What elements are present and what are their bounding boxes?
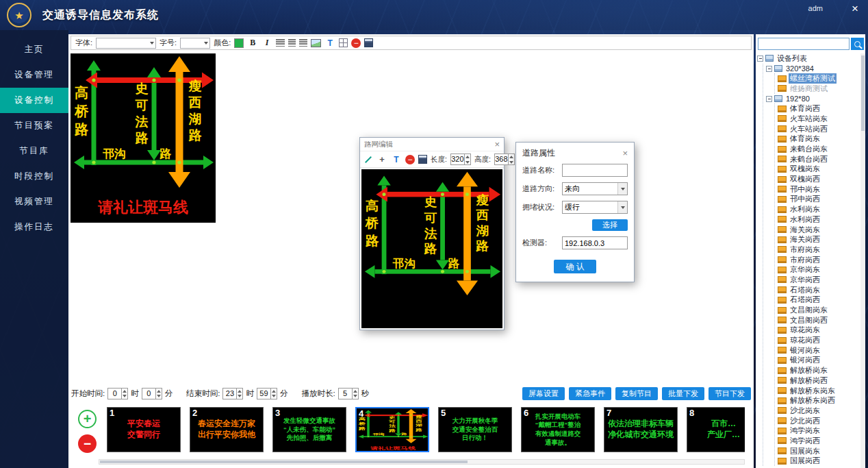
dialog-titlebar[interactable]: 路网编辑 × <box>360 138 504 151</box>
tree-device[interactable]: 文昌阁岗西 <box>778 315 860 325</box>
program-preview-panel[interactable]: 高桥路史可法路瘦西湖路邗沟路请礼让斑马线 <box>71 53 216 223</box>
tree-device[interactable]: 琼花岗东 <box>778 325 860 336</box>
number-spinner[interactable]: 0 <box>142 388 162 399</box>
font-select[interactable] <box>96 38 156 49</box>
sidebar-item[interactable]: 设备管理 <box>0 62 68 88</box>
tree-device[interactable]: 螺丝湾桥测试 <box>778 73 860 84</box>
image-icon[interactable] <box>311 39 321 47</box>
number-spinner[interactable]: 368 <box>494 153 515 165</box>
select-button[interactable]: 选择 <box>592 219 628 231</box>
tree-root[interactable]: 设备列表 <box>757 53 860 64</box>
tree-device[interactable]: 解放桥岗西 <box>778 375 860 386</box>
vertical-scrollbar[interactable] <box>860 53 865 468</box>
add-program-button[interactable]: + <box>78 410 97 428</box>
tree-device[interactable]: 维扬商测试 <box>778 84 860 94</box>
action-button[interactable]: 屏幕设置 <box>522 387 565 400</box>
expand-toggle[interactable] <box>766 66 772 72</box>
tree-device[interactable]: 体育岗东 <box>778 134 860 145</box>
grid-icon[interactable] <box>339 38 348 47</box>
horizontal-scrollbar[interactable] <box>99 459 745 465</box>
number-spinner[interactable]: 59 <box>257 388 277 399</box>
tree-device[interactable]: 体育岗西 <box>778 103 860 114</box>
text-icon[interactable]: T <box>324 38 335 49</box>
username-label[interactable]: adm <box>808 4 823 12</box>
search-button[interactable] <box>851 38 864 50</box>
crosshair-icon[interactable]: + <box>376 154 387 165</box>
tree-device[interactable]: 火车站岗东 <box>778 114 860 124</box>
tree-device[interactable]: 解放桥东岗西 <box>778 395 860 406</box>
tree-device[interactable]: 火车站岗西 <box>778 124 860 134</box>
color-swatch[interactable] <box>234 38 244 48</box>
tree-device[interactable]: 海关岗东 <box>778 225 860 235</box>
confirm-button[interactable]: 确 认 <box>554 260 596 273</box>
bold-icon[interactable]: B <box>247 38 258 49</box>
sidebar-item[interactable]: 设备控制 <box>0 88 68 113</box>
tree-device[interactable]: 双槐岗西 <box>778 174 860 184</box>
tree-device[interactable]: 文昌阁岗东 <box>778 305 860 315</box>
align-right-icon[interactable] <box>299 39 307 47</box>
align-center-icon[interactable] <box>288 39 296 47</box>
program-thumbnail[interactable]: 3发生轻微交通事故“人未伤、车能动”先拍照、后撤离 <box>272 407 346 452</box>
action-button[interactable]: 节目下发 <box>709 387 751 400</box>
tree-group[interactable]: 192*80 <box>766 94 860 104</box>
tree-device[interactable]: 沙北岗西 <box>778 416 860 426</box>
close-icon[interactable]: × <box>494 140 500 149</box>
tree-device[interactable]: 海关岗西 <box>778 234 860 245</box>
tree-device[interactable]: 水利岗西 <box>778 214 860 225</box>
tree-device[interactable]: 双槐岗东 <box>778 164 860 175</box>
sidebar-item[interactable]: 视频管理 <box>0 189 68 214</box>
dialog-titlebar[interactable]: 道路属性 × <box>522 147 628 158</box>
road-name-input[interactable] <box>562 164 628 177</box>
tree-device[interactable]: 鸿学岗西 <box>778 436 860 446</box>
delete-icon[interactable]: − <box>405 155 415 164</box>
program-thumbnail[interactable]: 4高桥路史可法路瘦西湖路邗沟路请礼让斑马线 <box>355 407 429 452</box>
tree-device[interactable]: 市府岗东 <box>778 245 860 255</box>
sidebar-item[interactable]: 主页 <box>0 37 68 62</box>
tree-device[interactable]: 市府岗西 <box>778 255 860 265</box>
scrollbar-thumb[interactable] <box>861 56 865 131</box>
scrollbar-thumb[interactable] <box>100 460 468 463</box>
sidebar-item[interactable]: 节目库 <box>0 138 68 164</box>
device-search-input[interactable] <box>758 38 850 50</box>
tree-device[interactable]: 国展岗东 <box>778 446 860 456</box>
tree-device[interactable]: 银河岗东 <box>778 345 860 356</box>
save-icon[interactable] <box>364 38 373 47</box>
close-icon[interactable]: × <box>622 149 628 158</box>
number-spinner[interactable]: 5 <box>338 388 359 399</box>
sidebar-item[interactable]: 节目预案 <box>0 113 68 138</box>
tree-device[interactable]: 鸿学岗东 <box>778 426 860 436</box>
action-button[interactable]: 紧急事件 <box>569 387 611 400</box>
tree-device[interactable]: 邗中岗东 <box>778 184 860 195</box>
tree-device[interactable]: 邗中岗西 <box>778 195 860 205</box>
tree-device[interactable]: 来鹤台岗东 <box>778 144 860 154</box>
sidebar-item[interactable]: 时段控制 <box>0 164 68 189</box>
tree-device[interactable]: 京华岗东 <box>778 264 860 275</box>
tree-device[interactable]: 解放桥岗东 <box>778 365 860 375</box>
number-spinner[interactable]: 0 <box>107 388 128 399</box>
tree-device[interactable]: 石塔岗西 <box>778 295 860 306</box>
tree-device[interactable]: 沙北岗东 <box>778 406 860 416</box>
font-size-select[interactable] <box>180 38 210 49</box>
program-thumbnail[interactable]: 8百市…产业厂… <box>687 407 745 452</box>
editor-canvas[interactable]: 高桥路史可法路瘦西湖路邗沟路 <box>361 169 502 328</box>
tree-device[interactable]: 来鹤台岗西 <box>778 154 860 164</box>
number-spinner[interactable]: 23 <box>222 388 243 399</box>
program-thumbnail[interactable]: 6扎实开展电动车“戴帽工程”整治有效遏制道路交通事故。 <box>521 407 595 452</box>
remove-program-button[interactable]: − <box>78 434 97 453</box>
program-thumbnail[interactable]: 1平安春运交警同行 <box>107 407 181 452</box>
expand-toggle[interactable] <box>757 56 763 62</box>
italic-icon[interactable]: I <box>261 38 272 49</box>
detector-input[interactable] <box>562 236 628 249</box>
number-spinner[interactable]: 320 <box>450 153 471 165</box>
delete-icon[interactable]: − <box>351 38 361 48</box>
sidebar-item[interactable]: 操作日志 <box>0 214 68 240</box>
action-button[interactable]: 批量下发 <box>662 387 704 400</box>
congestion-select[interactable]: 缓行 <box>562 201 628 214</box>
program-thumbnail[interactable]: 5大力开展秋冬季交通安全整治百日行动！ <box>438 407 512 452</box>
tree-device[interactable]: 银河岗西 <box>778 356 860 366</box>
program-thumbnail[interactable]: 2春运安全连万家出行平安你我他 <box>190 407 264 452</box>
tree-device[interactable]: 京华岗西 <box>778 275 860 285</box>
tree-device[interactable]: 石塔岗东 <box>778 285 860 295</box>
tree-device[interactable]: 琼花岗西 <box>778 335 860 345</box>
expand-toggle[interactable] <box>766 96 772 102</box>
